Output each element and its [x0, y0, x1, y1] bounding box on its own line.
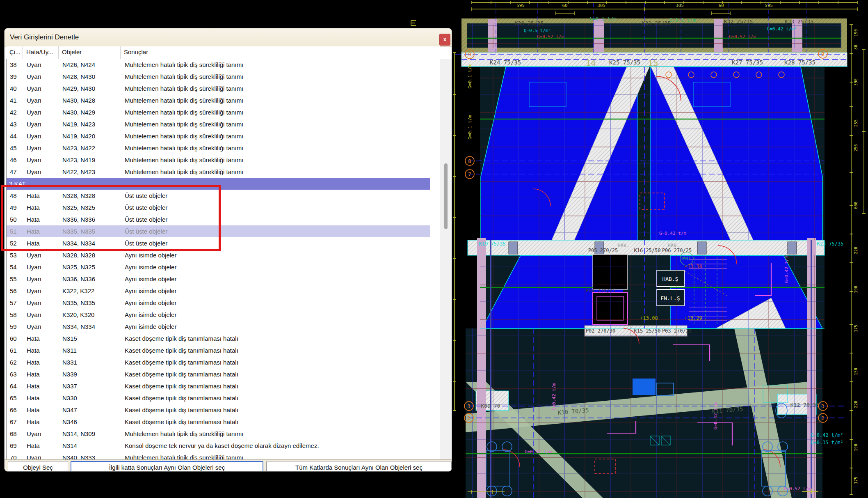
table-row[interactable]: 59UyarıN334, N334Aynı isimde objeler [7, 321, 430, 333]
plan-label: G=0.42 t/m² [811, 432, 843, 438]
plan-label: EN.L.Ş [661, 295, 680, 301]
table-row[interactable]: 39UyarıN428, N430Muhtelemen hatalı tipik… [7, 71, 430, 83]
cell: Aynı isimde objeler [121, 323, 430, 330]
cell: N330 [59, 395, 121, 402]
plan-label: K32 25/35 [724, 18, 753, 25]
cell: K320, K320 [59, 311, 121, 318]
table-row[interactable]: 46UyarıN423, N419Muhtelemen hatalı tipik… [7, 154, 430, 166]
cell: 47 [7, 168, 23, 175]
plan-label: 220 [854, 401, 858, 408]
table-row[interactable]: 47UyarıN422, N423Muhtelemen hatalı tipik… [7, 166, 430, 178]
cell: Üst üste objeler [121, 240, 430, 247]
column-header-objects[interactable]: Objeler [59, 46, 121, 59]
cell: Uyarı [23, 311, 59, 318]
close-icon[interactable]: x [439, 34, 450, 46]
table-row[interactable]: 65HataN330Kaset döşeme tipik diş tanımla… [7, 392, 430, 404]
cell: 63 [7, 371, 23, 378]
cell: Kaset döşeme tipik diş tanımlaması hatal… [121, 418, 430, 425]
cell: N314, N309 [59, 430, 121, 437]
plan-label: K30 25/35 [515, 20, 544, 26]
plan-label: P05 270/25 [588, 248, 618, 253]
table-row[interactable]: 56UyarıK322, K322Aynı isimde objeler [7, 285, 430, 297]
plan-label: 2 [467, 415, 471, 421]
plan-label: 390 [854, 78, 858, 86]
table-row[interactable]: 52HataN334, N334Üst üste objeler [7, 237, 430, 249]
table-row[interactable]: 57UyarıN335, N335Aynı isimde objeler [7, 297, 430, 309]
table-row[interactable]: 49HataN325, N325Üst üste objeler [7, 202, 430, 213]
vertical-scrollbar[interactable] [440, 59, 452, 459]
plan-label: Q=0.5 t/m² [524, 28, 551, 33]
table-row[interactable]: 64HataN337Kaset döşeme tipik diş tanımla… [7, 380, 430, 392]
select-same-results-floor-button[interactable]: İlgili katta Sonuçları Aynı Olan Objeler… [71, 461, 263, 472]
table-row[interactable]: 60HataN315Kaset döşeme tipik diş tanımla… [7, 333, 430, 344]
cell: Kaset döşeme tipik diş tanımlaması hatal… [121, 406, 430, 413]
cell: Muhtelemen hatalı tipik diş sürekliliği … [121, 133, 430, 140]
cell: Uyarı [23, 109, 59, 116]
table-row[interactable]: 61HataN311Kaset döşeme tipik diş tanımla… [7, 344, 430, 356]
plan-label: K25 75/35 [609, 59, 640, 66]
cell: Kaset döşeme tipik diş tanımlaması hatal… [121, 359, 430, 366]
plan-label: 595 [516, 3, 525, 8]
table-row[interactable]: 38UyarıN426, N424Muhtelemen hatalı tipik… [7, 59, 430, 71]
section-row[interactable]: 3 KAT [7, 178, 430, 190]
results-list[interactable]: 38UyarıN426, N424Muhtelemen hatalı tipik… [6, 59, 434, 459]
cell: Kaset döşeme tipik diş tanımlaması hatal… [121, 347, 430, 354]
table-row[interactable]: 63HataN339Kaset döşeme tipik diş tanımla… [7, 368, 430, 380]
column-header-results[interactable]: Sonuçlar [121, 46, 440, 59]
button-strip: Objeyi Seç İlgili katta Sonuçları Aynı O… [5, 459, 452, 472]
table-row[interactable]: 67HataN346Kaset döşeme tipik diş tanımla… [7, 416, 430, 428]
table-row[interactable]: 50HataN336, N336Üst üste objeler [7, 213, 430, 225]
table-row[interactable]: 45UyarıN423, N422Muhtelemen hatalı tipik… [7, 142, 430, 154]
plan-label: 9 [468, 51, 471, 57]
table-row[interactable]: 66HataN347Kaset döşeme tipik diş tanımla… [7, 404, 430, 416]
column-header-index[interactable]: Çi... [6, 46, 23, 59]
table-row[interactable]: 44UyarıN419, N420Muhtelemen hatalı tipik… [7, 130, 430, 142]
cell: N336, N336 [59, 216, 121, 223]
cell: Aynı isimde objeler [121, 287, 430, 294]
cell: N419, N420 [59, 133, 121, 140]
cell: Uyarı [23, 275, 59, 282]
select-object-button[interactable]: Objeyi Seç [8, 461, 68, 472]
cell: 53 [7, 252, 23, 259]
table-row[interactable]: 55UyarıN336, N336Aynı isimde objeler [7, 273, 430, 285]
table-row[interactable]: 53UyarıN328, N328Aynı isimde objeler [7, 249, 430, 261]
table-row[interactable]: 42UyarıN430, N429Muhtelemen hatalı tipik… [7, 106, 430, 118]
table-row[interactable]: 41UyarıN430, N428Muhtelemen hatalı tipik… [7, 94, 430, 106]
cell: Aynı isimde objeler [121, 299, 430, 306]
plan-label: K33 25/35 [785, 18, 813, 25]
table-row[interactable]: 48HataN328, N328Üst üste objeler [7, 190, 430, 202]
plan-label: G=0.42 t/m [525, 449, 552, 454]
cell: 61 [7, 347, 23, 354]
cell: 58 [7, 311, 23, 318]
cell: Hata [23, 204, 59, 211]
table-row[interactable]: 54UyarıN325, N325Aynı isimde objeler [7, 261, 430, 273]
plan-label: 175 [854, 477, 858, 484]
cell: 55 [7, 275, 23, 282]
table-row[interactable]: 40UyarıN429, N430Muhtelemen hatalı tipik… [7, 83, 430, 94]
plan-label: 3 [821, 403, 825, 409]
plan-label: K15 25/50 [634, 328, 660, 334]
table-row[interactable]: 51HataN335, N335Üst üste objeler [7, 225, 430, 237]
plan-label: G=0.1 t/m [589, 16, 616, 22]
scrollbar-thumb[interactable] [444, 163, 448, 229]
select-same-results-all-floors-button[interactable]: Tüm Katlarda Sonuçları Aynı Olan Objeler… [266, 461, 452, 472]
cell: Uyarı [23, 252, 59, 259]
table-row[interactable]: 69HataN314Konsol döşeme tek nervür ya da… [7, 440, 430, 452]
table-row[interactable]: 62HataN331Kaset döşeme tipik diş tanımla… [7, 356, 430, 368]
table-row[interactable]: 58UyarıK320, K320Aynı isimde objeler [7, 309, 430, 321]
cell: Muhtelemen hatalı tipik diş sürekliliği … [121, 97, 430, 104]
cell: N423, N419 [59, 156, 121, 163]
plan-label: G=0.42 t/m [713, 402, 718, 430]
plan-label: G=0.1 t/m [669, 17, 696, 23]
table-row[interactable]: 68UyarıN314, N309Muhtelemen hatalı tipik… [7, 428, 430, 440]
table-row[interactable]: 70UyarıN340, N333Muhtelemen hatalı tipik… [7, 452, 430, 459]
plan-label: 175 [854, 325, 858, 332]
cell: K322, K322 [59, 287, 121, 294]
cell: Aynı isimde objeler [121, 252, 430, 259]
cell: 48 [7, 192, 23, 199]
cell: Uyarı [23, 156, 59, 163]
column-header-type[interactable]: Hata/Uy... [23, 46, 59, 59]
dialog-titlebar[interactable]: Veri Girişlerini Denetle x [5, 28, 452, 47]
table-row[interactable]: 43UyarıN419, N423Muhtelemen hatalı tipik… [7, 118, 430, 130]
plan-label: 256 [854, 144, 858, 151]
